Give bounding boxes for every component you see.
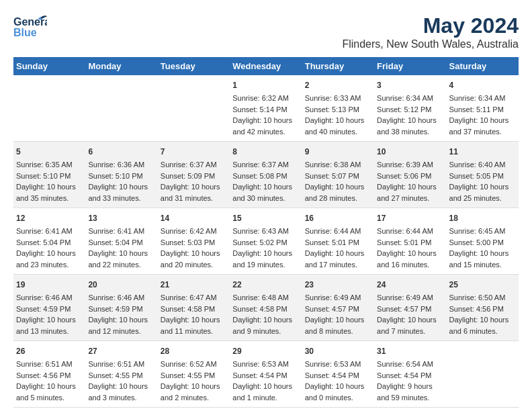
day-number: 15 bbox=[232, 212, 299, 224]
day-cell: 17Sunrise: 6:44 AMSunset: 5:01 PMDayligh… bbox=[374, 208, 446, 275]
daylight: Daylight: 10 hours and 20 minutes. bbox=[161, 249, 220, 269]
header-cell-tuesday: Tuesday bbox=[158, 57, 230, 75]
sunrise: Sunrise: 6:54 AM bbox=[377, 360, 433, 368]
sunset: Sunset: 5:13 PM bbox=[305, 105, 359, 113]
sunset: Sunset: 4:54 PM bbox=[377, 371, 431, 379]
day-cell: 12Sunrise: 6:41 AMSunset: 5:04 PMDayligh… bbox=[13, 208, 85, 275]
daylight: Daylight: 10 hours and 40 minutes. bbox=[305, 116, 365, 136]
header-cell-saturday: Saturday bbox=[447, 57, 519, 75]
day-cell: 25Sunrise: 6:50 AMSunset: 4:56 PMDayligh… bbox=[447, 275, 519, 341]
header: General Blue May 2024 Flinders, New Sout… bbox=[13, 13, 519, 50]
daylight: Daylight: 10 hours and 2 minutes. bbox=[161, 382, 220, 402]
day-cell: 7Sunrise: 6:37 AMSunset: 5:09 PMDaylight… bbox=[158, 142, 230, 208]
daylight: Daylight: 10 hours and 0 minutes. bbox=[305, 382, 365, 402]
day-cell: 14Sunrise: 6:42 AMSunset: 5:03 PMDayligh… bbox=[158, 208, 230, 275]
day-number: 19 bbox=[16, 279, 83, 291]
daylight: Daylight: 10 hours and 33 minutes. bbox=[88, 183, 148, 202]
sunrise: Sunrise: 6:43 AM bbox=[232, 227, 289, 235]
daylight: Daylight: 10 hours and 3 minutes. bbox=[88, 382, 148, 402]
page-title: May 2024 bbox=[342, 13, 519, 38]
header-cell-sunday: Sunday bbox=[13, 57, 85, 75]
daylight: Daylight: 10 hours and 7 minutes. bbox=[377, 316, 437, 335]
sunrise: Sunrise: 6:51 AM bbox=[16, 360, 73, 368]
daylight: Daylight: 10 hours and 9 minutes. bbox=[232, 316, 292, 335]
sunset: Sunset: 4:59 PM bbox=[88, 305, 142, 313]
day-number: 9 bbox=[305, 146, 371, 158]
day-cell: 23Sunrise: 6:49 AMSunset: 4:57 PMDayligh… bbox=[302, 275, 374, 341]
sunset: Sunset: 5:04 PM bbox=[16, 238, 71, 246]
sunrise: Sunrise: 6:49 AM bbox=[377, 293, 433, 302]
sunrise: Sunrise: 6:38 AM bbox=[305, 161, 361, 169]
sunrise: Sunrise: 6:53 AM bbox=[232, 360, 289, 368]
sunrise: Sunrise: 6:48 AM bbox=[232, 293, 289, 302]
sunrise: Sunrise: 6:39 AM bbox=[377, 161, 433, 169]
daylight: Daylight: 10 hours and 30 minutes. bbox=[232, 183, 292, 202]
day-cell: 4Sunrise: 6:34 AMSunset: 5:11 PMDaylight… bbox=[447, 75, 519, 142]
sunrise: Sunrise: 6:46 AM bbox=[88, 293, 144, 302]
sunset: Sunset: 5:01 PM bbox=[305, 238, 359, 246]
day-number: 5 bbox=[16, 146, 83, 158]
sunset: Sunset: 4:58 PM bbox=[232, 305, 287, 313]
sunrise: Sunrise: 6:44 AM bbox=[377, 227, 433, 235]
sunset: Sunset: 5:09 PM bbox=[161, 172, 215, 180]
header-cell-friday: Friday bbox=[374, 57, 446, 75]
sunset: Sunset: 5:06 PM bbox=[377, 172, 431, 180]
sunrise: Sunrise: 6:37 AM bbox=[232, 161, 289, 169]
logo-icon: General Blue bbox=[13, 13, 47, 40]
day-cell: 27Sunrise: 6:51 AMSunset: 4:55 PMDayligh… bbox=[85, 341, 157, 408]
day-number: 2 bbox=[305, 79, 371, 91]
day-number: 24 bbox=[377, 279, 443, 291]
day-cell bbox=[85, 75, 157, 142]
daylight: Daylight: 10 hours and 6 minutes. bbox=[449, 316, 509, 335]
day-cell: 8Sunrise: 6:37 AMSunset: 5:08 PMDaylight… bbox=[230, 142, 302, 208]
header-cell-thursday: Thursday bbox=[302, 57, 374, 75]
day-cell: 22Sunrise: 6:48 AMSunset: 4:58 PMDayligh… bbox=[230, 275, 302, 341]
daylight: Daylight: 10 hours and 25 minutes. bbox=[449, 183, 509, 202]
day-cell: 31Sunrise: 6:54 AMSunset: 4:54 PMDayligh… bbox=[374, 341, 446, 408]
sunset: Sunset: 4:59 PM bbox=[16, 305, 71, 313]
daylight: Daylight: 10 hours and 19 minutes. bbox=[232, 249, 292, 269]
title-area: May 2024 Flinders, New South Wales, Aust… bbox=[342, 13, 519, 50]
day-cell: 13Sunrise: 6:41 AMSunset: 5:04 PMDayligh… bbox=[85, 208, 157, 275]
week-row-4: 19Sunrise: 6:46 AMSunset: 4:59 PMDayligh… bbox=[13, 275, 519, 341]
day-number: 22 bbox=[232, 279, 299, 291]
day-cell: 2Sunrise: 6:33 AMSunset: 5:13 PMDaylight… bbox=[302, 75, 374, 142]
day-cell: 6Sunrise: 6:36 AMSunset: 5:10 PMDaylight… bbox=[85, 142, 157, 208]
sunrise: Sunrise: 6:34 AM bbox=[449, 94, 506, 102]
sunrise: Sunrise: 6:42 AM bbox=[161, 227, 217, 235]
sunset: Sunset: 4:57 PM bbox=[305, 305, 359, 313]
daylight: Daylight: 10 hours and 22 minutes. bbox=[88, 249, 148, 269]
daylight: Daylight: 10 hours and 23 minutes. bbox=[16, 249, 76, 269]
sunset: Sunset: 5:05 PM bbox=[449, 172, 504, 180]
day-number: 12 bbox=[16, 212, 83, 224]
sunrise: Sunrise: 6:52 AM bbox=[161, 360, 217, 368]
day-number: 29 bbox=[232, 345, 299, 357]
day-number: 13 bbox=[88, 212, 154, 224]
day-number: 11 bbox=[449, 146, 516, 158]
day-number: 10 bbox=[377, 146, 443, 158]
sunrise: Sunrise: 6:32 AM bbox=[232, 94, 289, 102]
day-cell bbox=[158, 75, 230, 142]
day-cell: 19Sunrise: 6:46 AMSunset: 4:59 PMDayligh… bbox=[13, 275, 85, 341]
calendar-table: SundayMondayTuesdayWednesdayThursdayFrid… bbox=[13, 57, 519, 408]
sunrise: Sunrise: 6:41 AM bbox=[16, 227, 73, 235]
daylight: Daylight: 10 hours and 37 minutes. bbox=[449, 116, 509, 136]
daylight: Daylight: 10 hours and 15 minutes. bbox=[449, 249, 509, 269]
day-number: 16 bbox=[305, 212, 371, 224]
daylight: Daylight: 10 hours and 35 minutes. bbox=[16, 183, 76, 202]
sunrise: Sunrise: 6:47 AM bbox=[161, 293, 217, 302]
day-number: 26 bbox=[16, 345, 83, 357]
day-number: 18 bbox=[449, 212, 516, 224]
sunset: Sunset: 5:08 PM bbox=[232, 172, 287, 180]
week-row-3: 12Sunrise: 6:41 AMSunset: 5:04 PMDayligh… bbox=[13, 208, 519, 275]
sunrise: Sunrise: 6:50 AM bbox=[449, 293, 506, 302]
day-number: 30 bbox=[305, 345, 371, 357]
daylight: Daylight: 10 hours and 16 minutes. bbox=[377, 249, 437, 269]
day-cell bbox=[447, 341, 519, 408]
sunset: Sunset: 5:07 PM bbox=[305, 172, 359, 180]
day-cell: 15Sunrise: 6:43 AMSunset: 5:02 PMDayligh… bbox=[230, 208, 302, 275]
daylight: Daylight: 10 hours and 12 minutes. bbox=[88, 316, 148, 335]
day-cell: 16Sunrise: 6:44 AMSunset: 5:01 PMDayligh… bbox=[302, 208, 374, 275]
daylight: Daylight: 10 hours and 17 minutes. bbox=[305, 249, 365, 269]
header-cell-monday: Monday bbox=[85, 57, 157, 75]
